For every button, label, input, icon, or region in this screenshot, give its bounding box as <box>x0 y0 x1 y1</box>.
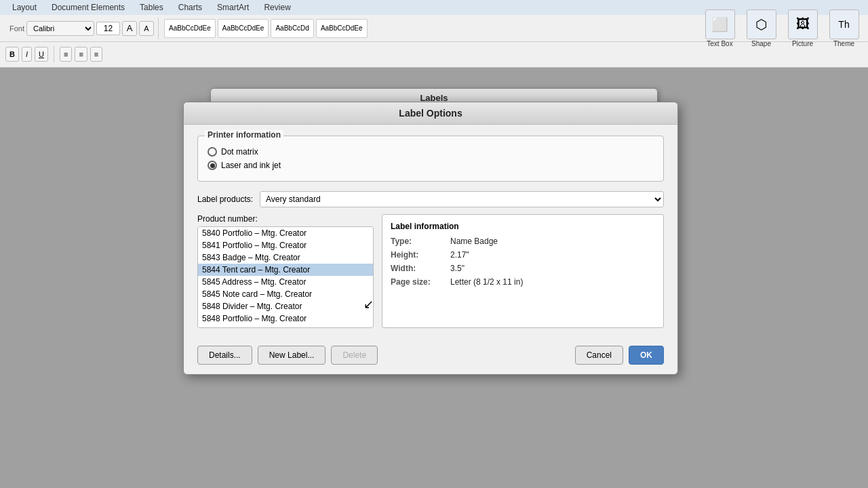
height-label: Height: <box>391 250 445 260</box>
lo-columns: Product number: 5840 Portfolio – Mtg. Cr… <box>197 214 664 328</box>
dot-matrix-radio[interactable] <box>208 147 217 157</box>
shape-icon: ⬡ <box>747 9 776 39</box>
width-value: 3.5" <box>450 264 465 273</box>
align-right-btn[interactable]: ≡ <box>90 47 102 62</box>
tab-tables[interactable]: Tables <box>133 1 170 14</box>
label-products-row: Label products: Avery standard <box>197 191 664 207</box>
list-item-2[interactable]: 5843 Badge – Mtg. Creator <box>198 251 373 264</box>
details-btn[interactable]: Details... <box>197 346 252 365</box>
lo-cancel-btn[interactable]: Cancel <box>575 346 623 365</box>
width-label: Width: <box>391 264 445 273</box>
font-size-input[interactable] <box>96 22 120 35</box>
textbox-icon: ⬜ <box>705 9 735 39</box>
page-size-label: Page size: <box>391 277 445 287</box>
align-center-btn[interactable]: ≡ <box>75 47 87 62</box>
label-products-select[interactable]: Avery standard <box>260 191 664 207</box>
picture-label: Picture <box>792 40 813 47</box>
label-options-footer: Details... New Label... Delete Cancel OK <box>184 339 677 374</box>
footer-left-buttons: Details... New Label... Delete <box>197 346 378 365</box>
footer-right-buttons: Cancel OK <box>575 346 664 365</box>
lo-ok-btn[interactable]: OK <box>629 346 664 365</box>
label-products-label: Label products: <box>197 195 253 204</box>
insert-buttons: ⬜ Text Box ⬡ Shape 🖼 Picture Th Theme <box>701 9 863 47</box>
textbox-label: Text Box <box>707 40 732 47</box>
insert-shape-btn[interactable]: ⬡ Shape <box>743 9 780 47</box>
label-options-title: Label Options <box>184 102 677 125</box>
type-label: Type: <box>391 237 445 246</box>
list-item-4[interactable]: 5845 Address – Mtg. Creator <box>198 276 373 288</box>
text-format-btn2[interactable]: I <box>22 47 32 62</box>
font-selector[interactable]: Calibri <box>26 21 94 36</box>
laser-inkjet-radio[interactable] <box>208 161 217 170</box>
style-chip-4[interactable]: AaBbCcDdEe <box>316 19 368 38</box>
laser-inkjet-row[interactable]: Laser and ink jet <box>208 161 654 170</box>
style-chip-1[interactable]: AaBbCcDdEe <box>164 19 216 38</box>
printer-info-label: Printer information <box>205 130 283 140</box>
list-item-0[interactable]: 5840 Portfolio – Mtg. Creator <box>198 227 373 239</box>
insert-theme-btn[interactable]: Th Theme <box>825 9 863 47</box>
list-item-8[interactable]: 5849 Divider – Mtg. Creator <box>198 325 373 328</box>
ribbon: Layout Document Elements Tables Charts S… <box>0 0 868 68</box>
type-value: Name Badge <box>450 237 498 246</box>
label-options-dialog: Label Options Printer information Dot ma… <box>183 102 678 375</box>
insert-textbox-btn[interactable]: ⬜ Text Box <box>701 9 738 47</box>
new-label-btn[interactable]: New Label... <box>258 346 326 365</box>
font-size-down[interactable]: A <box>139 21 154 36</box>
insert-group: ⬜ Text Box ⬡ Shape 🖼 Picture Th Theme <box>701 9 863 47</box>
delete-btn[interactable]: Delete <box>331 346 378 365</box>
font-group-label: Font <box>9 24 24 33</box>
product-number-label: Product number: <box>197 214 374 224</box>
laser-inkjet-label: Laser and ink jet <box>221 161 281 170</box>
list-item-6[interactable]: 5848 Divider – Mtg. Creator <box>198 300 373 312</box>
product-number-section: Product number: 5840 Portfolio – Mtg. Cr… <box>197 214 374 328</box>
printer-info-section: Printer information Dot matrix Laser and… <box>197 136 664 182</box>
height-value: 2.17" <box>450 250 469 260</box>
dot-matrix-row[interactable]: Dot matrix <box>208 147 654 157</box>
label-options-body: Printer information Dot matrix Laser and… <box>184 125 677 339</box>
shape-label: Shape <box>751 40 771 47</box>
width-row: Width: 3.5" <box>391 264 655 273</box>
list-item-7[interactable]: 5848 Portfolio – Mtg. Creator <box>198 312 373 325</box>
align-left-btn[interactable]: ≡ <box>60 47 72 62</box>
tab-smartart[interactable]: SmartArt <box>210 1 256 14</box>
tab-charts[interactable]: Charts <box>172 1 209 14</box>
text-format-btn3[interactable]: U <box>35 47 48 62</box>
font-group: Font Calibri A A <box>5 18 159 39</box>
theme-label: Theme <box>833 40 854 47</box>
list-item-1[interactable]: 5841 Portfolio – Mtg. Creator <box>198 239 373 251</box>
tab-document-elements[interactable]: Document Elements <box>45 1 132 14</box>
style-chip-3[interactable]: AaBbCcDd <box>271 19 313 38</box>
type-row: Type: Name Badge <box>391 237 655 246</box>
page-size-row: Page size: Letter (8 1/2 x 11 in) <box>391 277 655 287</box>
height-row: Height: 2.17" <box>391 250 655 260</box>
dot-matrix-label: Dot matrix <box>221 147 258 157</box>
picture-icon: 🖼 <box>788 9 818 39</box>
styles-area: AaBbCcDdEe AaBbCcDdEe AaBbCcDd AaBbCcDdE… <box>161 18 370 39</box>
label-info-title: Label information <box>391 222 655 231</box>
ribbon-row1: Font Calibri A A AaBbCcDdEe AaBbCcDdEe A… <box>0 15 868 42</box>
product-number-listbox[interactable]: 5840 Portfolio – Mtg. Creator 5841 Portf… <box>197 226 374 328</box>
style-chip-2[interactable]: AaBbCcDdEe <box>218 19 269 38</box>
list-item-5[interactable]: 5845 Note card – Mtg. Creator <box>198 288 373 300</box>
insert-picture-btn[interactable]: 🖼 Picture <box>784 9 821 47</box>
page-size-value: Letter (8 1/2 x 11 in) <box>450 277 523 287</box>
theme-icon: Th <box>829 9 859 39</box>
font-size-up[interactable]: A <box>122 21 137 36</box>
label-info-section: Label information Type: Name Badge Heigh… <box>382 214 664 328</box>
tab-review[interactable]: Review <box>257 1 297 14</box>
list-item-3[interactable]: 5844 Tent card – Mtg. Creator <box>198 264 373 276</box>
text-format-btn1[interactable]: B <box>5 47 19 62</box>
tab-layout[interactable]: Layout <box>5 1 43 14</box>
